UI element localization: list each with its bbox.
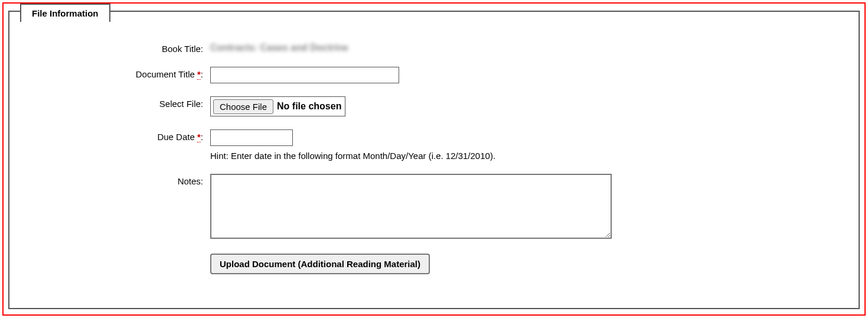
label-document-title: Document Title *:: [21, 67, 210, 79]
highlight-border: File Information Book Title: Contracts: …: [2, 2, 866, 316]
notes-textarea[interactable]: [210, 174, 612, 239]
row-book-title: Book Title: Contracts: Cases and Doctrin…: [21, 41, 847, 54]
row-select-file: Select File: Choose File No file chosen: [21, 96, 847, 116]
label-due-date: Due Date *:: [21, 129, 210, 142]
upload-document-button[interactable]: Upload Document (Additional Reading Mate…: [210, 254, 430, 274]
fieldset-legend: File Information: [20, 4, 110, 22]
label-document-title-text: Document Title: [136, 69, 197, 79]
row-document-title: Document Title *:: [21, 67, 847, 83]
value-book-title: Contracts: Cases and Doctrine: [210, 41, 348, 53]
label-book-title: Book Title:: [21, 41, 210, 54]
due-date-input[interactable]: [210, 129, 293, 146]
label-notes: Notes:: [21, 174, 210, 186]
label-due-date-text: Due Date: [157, 132, 197, 142]
row-due-date: Due Date *: Hint: Enter date in the foll…: [21, 129, 847, 161]
no-file-chosen-text: No file chosen: [277, 101, 341, 112]
choose-file-button[interactable]: Choose File: [213, 99, 273, 114]
file-input-wrapper[interactable]: Choose File No file chosen: [210, 96, 345, 116]
file-information-fieldset: File Information Book Title: Contracts: …: [8, 11, 860, 309]
row-notes: Notes:: [21, 174, 847, 241]
label-select-file: Select File:: [21, 96, 210, 109]
label-document-title-suffix: :: [201, 69, 203, 79]
form-container: Book Title: Contracts: Cases and Doctrin…: [9, 12, 859, 299]
label-due-date-suffix: :: [201, 132, 203, 142]
document-title-input[interactable]: [210, 67, 399, 83]
due-date-hint: Hint: Enter date in the following format…: [210, 151, 847, 161]
label-submit-spacer: [21, 254, 210, 256]
row-submit: Upload Document (Additional Reading Mate…: [21, 254, 847, 274]
